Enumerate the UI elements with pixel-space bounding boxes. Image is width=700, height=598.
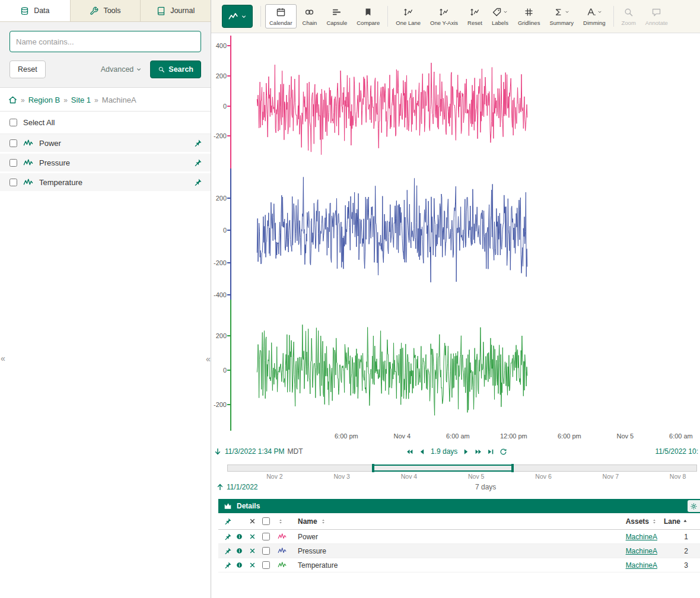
row-checkbox[interactable] <box>262 533 270 540</box>
toolbar-annotate-button: Annotate <box>641 0 673 33</box>
toolbar-reset-button[interactable]: Reset <box>463 0 487 33</box>
remove-icon[interactable] <box>249 562 256 568</box>
remove-icon[interactable] <box>249 548 256 554</box>
advanced-link[interactable]: Advanced <box>101 65 142 74</box>
tab-tools[interactable]: Tools <box>71 0 141 21</box>
info-icon[interactable] <box>236 533 243 540</box>
reset-button[interactable]: Reset <box>9 61 46 78</box>
lane-temperature[interactable]: 2000-200 <box>230 300 700 431</box>
column-name-label: Name <box>298 517 317 526</box>
pin-icon[interactable] <box>193 178 202 187</box>
pin-icon[interactable] <box>224 533 232 541</box>
breadcrumb-region[interactable]: Region B <box>28 96 60 104</box>
signal-plot-temperature[interactable] <box>231 300 699 431</box>
toolbar-labels-button[interactable]: Labels <box>487 0 513 33</box>
investigate-start[interactable]: 11/1/2022 <box>216 483 258 491</box>
signal-plot-pressure[interactable] <box>231 168 699 300</box>
toolbar-button-label: Annotate <box>645 20 668 26</box>
collapse-sidebar-icon[interactable]: « <box>206 355 211 363</box>
column-lane[interactable]: Lane <box>662 517 700 526</box>
labels-icon <box>492 7 502 17</box>
timeline-handle-right[interactable] <box>511 464 514 472</box>
tab-data[interactable]: Data <box>0 0 71 21</box>
signal-checkbox[interactable] <box>9 159 17 167</box>
info-icon[interactable] <box>236 548 243 554</box>
toolbar-dimming-button[interactable]: Dimming <box>578 0 610 33</box>
row-checkbox[interactable] <box>262 547 270 555</box>
tab-tools-label: Tools <box>103 7 120 15</box>
timeline-handle-left[interactable] <box>372 464 374 472</box>
asset-link[interactable]: MachineA <box>626 561 657 570</box>
timeline-footer: 11/1/2022 7 days <box>211 482 700 493</box>
pin-icon[interactable] <box>224 547 232 555</box>
details-row-pressure[interactable]: PressureMachineA2 <box>218 544 700 558</box>
signal-item-pressure[interactable]: Pressure <box>0 154 211 173</box>
lane-pressure[interactable]: 2000-200-400 <box>230 168 700 300</box>
toolbar-calendar-button[interactable]: Calendar <box>265 4 297 28</box>
column-remove[interactable] <box>249 518 262 524</box>
details-settings-button[interactable] <box>688 500 700 512</box>
lane-power[interactable]: 4002000-200 <box>230 36 700 168</box>
auto-update-icon[interactable] <box>499 448 507 456</box>
skip-to-end-icon[interactable] <box>487 448 495 456</box>
timeline-selection[interactable] <box>373 465 513 472</box>
signal-checkbox[interactable] <box>9 139 17 147</box>
signal-item-temperature[interactable]: Temperature <box>0 173 211 193</box>
chevron-down-icon <box>136 66 142 72</box>
calendar-icon <box>276 7 286 17</box>
details-row-temperature[interactable]: TemperatureMachineA3 <box>218 558 700 572</box>
toolbar-one-lane-button[interactable]: One Lane <box>391 0 425 33</box>
search-input[interactable] <box>9 31 201 52</box>
magnifier-icon <box>158 66 165 73</box>
select-all-checkbox[interactable] <box>9 119 17 126</box>
info-icon[interactable] <box>236 562 243 568</box>
timeline-tick: Nov 3 <box>334 473 350 480</box>
search-actions: Reset Advanced Search <box>9 61 201 78</box>
toolbar-button-label: Compare <box>357 20 380 26</box>
remove-icon[interactable] <box>249 533 256 540</box>
y-axis-tick-mark <box>227 45 230 46</box>
range-duration[interactable]: 1.9 days <box>431 447 457 456</box>
pin-icon[interactable] <box>224 561 232 570</box>
row-checkbox[interactable] <box>262 561 270 569</box>
toolbar-chain-button[interactable]: Chain <box>298 0 322 33</box>
asset-link[interactable]: MachineA <box>626 533 657 541</box>
toolbar-one-y-axis-button[interactable]: One Y-Axis <box>425 0 463 33</box>
toolbar-summary-button[interactable]: Summary <box>545 0 578 33</box>
trend-toolbar: CalendarChainCapsuleCompareOne LaneOne Y… <box>211 0 700 33</box>
asset-link[interactable]: MachineA <box>626 547 657 555</box>
signal-icon <box>23 138 33 148</box>
y-axis-tick: 200 <box>216 195 227 202</box>
collapse-panel-icon[interactable]: « <box>1 354 5 362</box>
home-icon[interactable] <box>8 96 17 104</box>
toolbar-gridlines-button[interactable]: Gridlines <box>513 0 545 33</box>
range-end-date[interactable]: 11/5/2022 10: <box>655 447 698 456</box>
skip-back-icon[interactable] <box>406 448 413 456</box>
signal-item-power[interactable]: Power <box>0 134 211 154</box>
pin-icon[interactable] <box>193 139 202 148</box>
column-assets[interactable]: Assets <box>615 517 662 526</box>
investigate-duration[interactable]: 7 days <box>475 483 496 491</box>
tab-journal[interactable]: Journal <box>141 0 211 21</box>
signal-checkbox[interactable] <box>9 179 17 186</box>
step-back-icon[interactable] <box>418 448 426 456</box>
select-all-rows-checkbox[interactable] <box>262 517 270 525</box>
pin-icon[interactable] <box>193 158 202 167</box>
range-start[interactable]: 11/3/2022 1:34 PM MDT <box>214 447 303 456</box>
view-selector-button[interactable] <box>222 5 253 28</box>
toolbar-compare-button[interactable]: Compare <box>352 0 384 33</box>
display-range-bar: 11/3/2022 1:34 PM MDT 1.9 days 11/5/2022… <box>211 444 700 459</box>
column-icon-sort[interactable] <box>278 519 298 524</box>
breadcrumb: » Region B » Site 1 » MachineA <box>0 88 211 112</box>
breadcrumb-site[interactable]: Site 1 <box>71 96 91 104</box>
signal-plot-power[interactable] <box>231 36 699 168</box>
step-forward-icon[interactable] <box>462 448 470 456</box>
details-row-power[interactable]: PowerMachineA1 <box>218 530 700 544</box>
column-pin[interactable] <box>218 517 236 526</box>
column-name[interactable]: Name <box>298 517 615 526</box>
toolbar-capsule-button[interactable]: Capsule <box>322 0 352 33</box>
book-icon <box>157 7 166 15</box>
search-button[interactable]: Search <box>150 61 201 78</box>
skip-forward-icon[interactable] <box>475 448 482 456</box>
timeline-track[interactable] <box>227 465 697 472</box>
